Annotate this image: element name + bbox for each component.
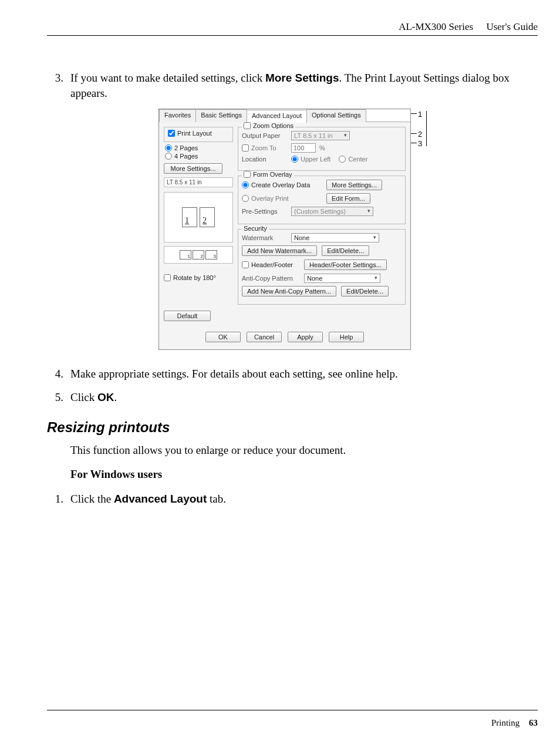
apply-button[interactable]: Apply [288,332,323,342]
overlay-print-input[interactable] [242,195,249,202]
add-anticopy-button[interactable]: Add New Anti-Copy Pattern... [242,286,336,296]
step-3: 3. If you want to make detailed settings… [47,70,538,100]
radio-2-pages-input[interactable] [165,144,172,151]
subsection-windows-users: For Windows users [70,467,538,482]
watermark-select[interactable]: None [291,233,379,242]
create-overlay-radio[interactable]: Create Overlay Data [242,181,318,188]
location-upper-left-input[interactable] [291,156,298,163]
zoom-to-label: Zoom To [251,144,276,151]
anticopy-edit-delete-button[interactable]: Edit/Delete... [341,286,389,296]
pre-settings-select[interactable]: (Custom Settings) [291,207,373,216]
location-center-input[interactable] [339,156,346,163]
radio-4-pages-label: 4 Pages [174,153,198,160]
step-4-number: 4. [47,366,70,382]
dialog-tabs: Favorites Basic Settings Advanced Layout… [159,109,410,122]
output-paper-label: Output Paper [242,132,288,139]
location-upper-left-label: Upper Left [301,156,330,163]
annotation-line-3 [411,143,417,143]
form-overlay-legend: Form Overlay [253,171,292,178]
resize-step-1-pre: Click the [70,493,114,505]
anticopy-label: Anti-Copy Pattern [242,275,301,282]
ok-button[interactable]: OK [205,332,241,342]
step-5-bold: OK [97,391,114,403]
form-overlay-checkbox[interactable]: Form Overlay [242,171,294,178]
preview-page-2-num: 2 [200,216,207,227]
resize-step-1-bold: Advanced Layout [114,493,207,505]
zoom-to-value[interactable]: 100 [291,143,316,153]
resize-step-1: 1. Click the Advanced Layout tab. [47,491,538,507]
help-button[interactable]: Help [329,332,364,342]
annotation-line-1 [411,113,417,114]
page-header: AL-MX300 Series User's Guide [399,21,538,33]
more-settings-button[interactable]: More Settings... [164,163,222,174]
header-guide: User's Guide [486,21,538,32]
overlay-more-settings-button[interactable]: More Settings... [326,180,382,190]
zoom-options-checkbox[interactable]: Zoom Options [242,122,295,129]
annotation-3: 3 [418,139,422,148]
step-5-number: 5. [47,390,70,405]
location-center-label: Center [348,156,367,163]
radio-2-pages[interactable]: 2 Pages [165,144,198,151]
header-series: AL-MX300 Series [399,21,473,32]
step-5-text-pre: Click [70,391,97,403]
zoom-to-input[interactable] [242,144,249,151]
tab-advanced-layout[interactable]: Advanced Layout [247,110,307,123]
page-order-preview: 1 2 3 [164,246,233,264]
resize-step-1-post: tab. [207,493,226,505]
dialog-footer: OK Cancel Apply Help [159,326,410,349]
print-layout-checkbox[interactable]: Print Layout [168,130,212,137]
radio-4-pages[interactable]: 4 Pages [165,153,198,160]
watermark-edit-delete-button[interactable]: Edit/Delete... [322,245,369,256]
form-overlay-input[interactable] [244,171,251,178]
header-footer-checkbox[interactable]: Header/Footer [242,261,301,268]
radio-4-pages-input[interactable] [165,153,172,160]
rotate-180-input[interactable] [164,274,171,281]
pre-settings-label: Pre-Settings [242,208,288,215]
header-footer-settings-button[interactable]: Header/Footer Settings... [304,260,387,270]
footer-section: Printing [491,718,519,727]
preview-page-1-num: 1 [183,216,189,227]
cancel-button[interactable]: Cancel [247,332,282,342]
create-overlay-input[interactable] [242,181,249,188]
step-3-text-pre: If you want to make detailed settings, c… [70,72,265,84]
page-footer: Printing 63 [491,718,538,728]
tab-basic-settings[interactable]: Basic Settings [195,109,247,122]
resize-step-1-number: 1. [47,491,70,507]
add-watermark-button[interactable]: Add New Watermark... [242,245,317,256]
zoom-options-input[interactable] [244,122,251,129]
footer-rule [47,710,538,710]
location-center[interactable]: Center [339,156,367,163]
zoom-to-checkbox[interactable]: Zoom To [242,144,288,151]
paper-size-display: LT 8.5 x 11 in [164,177,233,187]
security-group: Security WatermarkNone Add New Watermark… [238,229,406,305]
radio-2-pages-label: 2 Pages [174,144,198,151]
step-5: 5. Click OK. [47,390,538,405]
overlay-print-radio[interactable]: Overlay Print [242,195,318,202]
output-paper-select[interactable]: LT 8.5 x 11 in [291,131,350,140]
zoom-options-group: Zoom Options Output PaperLT 8.5 x 11 in … [238,127,406,171]
order-mini-2: 2 [193,250,204,260]
step-3-number: 3. [47,70,70,100]
print-dialog: Favorites Basic Settings Advanced Layout… [158,109,411,350]
default-button[interactable]: Default [164,311,211,321]
create-overlay-label: Create Overlay Data [251,181,310,188]
print-layout-checkbox-input[interactable] [168,130,175,137]
rotate-180-checkbox[interactable]: Rotate by 180° [164,274,216,281]
footer-page-number: 63 [529,718,538,727]
step-5-text-post: . [114,391,117,403]
location-label: Location [242,156,288,163]
header-footer-input[interactable] [242,261,249,268]
step-3-bold: More Settings [265,72,339,84]
annotation-1: 1 [418,110,422,119]
step-4-text: Make appropriate settings. For details a… [70,366,538,382]
anticopy-select[interactable]: None [304,274,380,283]
rotate-180-label: Rotate by 180° [173,274,216,281]
edit-form-button[interactable]: Edit Form... [326,193,370,204]
header-footer-label: Header/Footer [251,261,293,268]
tab-favorites[interactable]: Favorites [159,109,196,122]
annotation-2: 2 [418,130,422,139]
order-mini-3: 3 [205,250,217,260]
zoom-options-legend: Zoom Options [253,122,294,129]
location-upper-left[interactable]: Upper Left [291,156,330,163]
tab-optional-settings[interactable]: Optional Settings [306,109,366,122]
